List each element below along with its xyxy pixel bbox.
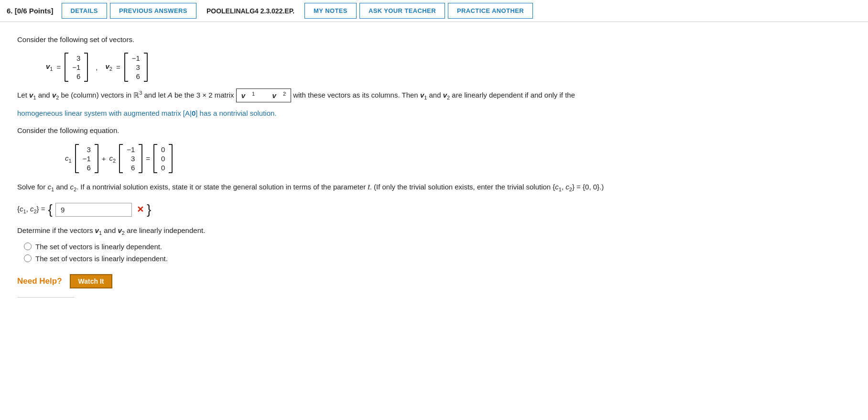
vectors-display: v1 = 3 −1 6 , v2 = −1 3 6 [46, 53, 795, 82]
radio-option-dependent: The set of vectors is linearly dependent… [24, 243, 795, 251]
c2-label: c2 [109, 154, 116, 164]
v2-label: v2 [106, 62, 112, 72]
comma-sep: , [96, 63, 98, 71]
problem-label: POOLELINALG4 2.3.022.EP. [198, 2, 303, 20]
equals-sign-2: = [116, 63, 120, 71]
eq-bracket-left-2 [119, 144, 123, 173]
eq-m2-values: −1 3 6 [123, 144, 139, 173]
radio-independent-label: The set of vectors is linearly independe… [35, 254, 168, 263]
need-help-label: Need Help? [17, 276, 62, 286]
equation-display: c1 3 −1 6 + c2 −1 3 6 = [65, 144, 795, 173]
v1-label: v1 [46, 62, 53, 72]
paragraph-2: homogeneous linear system with augmented… [17, 107, 795, 120]
paragraph-1: Let v1 and v2 be (column) vectors in ℝ3 … [17, 88, 795, 103]
top-navigation: 6. [0/6 Points] DETAILS PREVIOUS ANSWERS… [0, 0, 868, 22]
details-button[interactable]: DETAILS [62, 3, 107, 19]
radio-group: The set of vectors is linearly dependent… [24, 243, 795, 263]
equals-sign-1: = [56, 63, 61, 71]
radio-independent[interactable] [24, 254, 32, 262]
radio-dependent[interactable] [24, 243, 32, 250]
eq-m3-v1: 0 [161, 145, 165, 154]
plus-sign: + [102, 155, 106, 163]
my-notes-button[interactable]: MY NOTES [304, 3, 357, 19]
bracket-left-2 [124, 53, 128, 82]
intro-text: Consider the following set of vectors. [17, 33, 795, 46]
solve-text: Solve for c1 and c2. If a nontrivial sol… [17, 181, 795, 194]
v2-matrix: −1 3 6 [124, 53, 148, 82]
eq-m3-values: 0 0 0 [157, 144, 169, 173]
eq-matrix-1: 3 −1 6 [75, 144, 98, 173]
need-help-section: Need Help? Watch It [17, 274, 795, 288]
eq-m2-v1: −1 [127, 145, 135, 154]
eq-m2-v2: 3 [131, 155, 135, 163]
close-brace: } [147, 203, 151, 216]
v1-values: 3 −1 6 [68, 53, 84, 82]
v2-val-2: 3 [136, 63, 140, 71]
points-label: 6. [0/6 Points] [0, 2, 60, 20]
main-content: Consider the following set of vectors. v… [0, 22, 813, 307]
v1-matrix: 3 −1 6 [65, 53, 88, 82]
v1-val-3: 6 [76, 72, 80, 80]
incorrect-mark: ✕ [137, 204, 144, 215]
v2-val-3: 6 [136, 72, 140, 80]
eq-m1-v3: 6 [87, 164, 90, 172]
eq-m3-v2: 0 [161, 155, 165, 163]
answer-row: {c1, c2} = { ✕ } [17, 203, 795, 217]
eq-bracket-left-3 [153, 144, 157, 173]
radio-dependent-label: The set of vectors is linearly dependent… [35, 243, 162, 251]
v1-val-1: 3 [76, 54, 80, 62]
bottom-divider [17, 297, 75, 298]
open-brace: { [48, 203, 53, 216]
v2-values: −1 3 6 [128, 53, 144, 82]
practice-another-button[interactable]: PRACTICE ANOTHER [448, 3, 533, 19]
c1-label: c1 [65, 154, 72, 164]
eq-matrix-3: 0 0 0 [153, 144, 173, 173]
bracket-right-2 [144, 53, 148, 82]
previous-answers-button[interactable]: PREVIOUS ANSWERS [110, 3, 196, 19]
eq-bracket-left-1 [75, 144, 79, 173]
watch-it-button[interactable]: Watch It [70, 274, 113, 288]
eq-matrix-2: −1 3 6 [119, 144, 142, 173]
eq-m1-v2: −1 [83, 155, 91, 163]
answer-set-label: {c1, c2} = [17, 205, 45, 214]
ask-teacher-button[interactable]: ASK YOUR TEACHER [359, 3, 445, 19]
v1-val-2: −1 [72, 63, 80, 71]
eq-m2-v3: 6 [131, 164, 135, 172]
eq-bracket-right-2 [139, 144, 142, 173]
eq-equals: = [146, 155, 150, 163]
v2-val-1: −1 [132, 54, 140, 62]
radio-option-independent: The set of vectors is linearly independe… [24, 254, 795, 263]
consider-equation-text: Consider the following equation. [17, 124, 795, 137]
eq-m3-v3: 0 [161, 164, 165, 172]
bracket-right [84, 53, 88, 82]
bracket-left [65, 53, 68, 82]
determine-text: Determine if the vectors v1 and v2 are l… [17, 224, 795, 238]
eq-m1-v1: 3 [87, 145, 90, 154]
eq-bracket-right-3 [169, 144, 173, 173]
eq-bracket-right-1 [95, 144, 98, 173]
answer-input[interactable] [55, 203, 132, 217]
eq-m1-values: 3 −1 6 [79, 144, 95, 173]
